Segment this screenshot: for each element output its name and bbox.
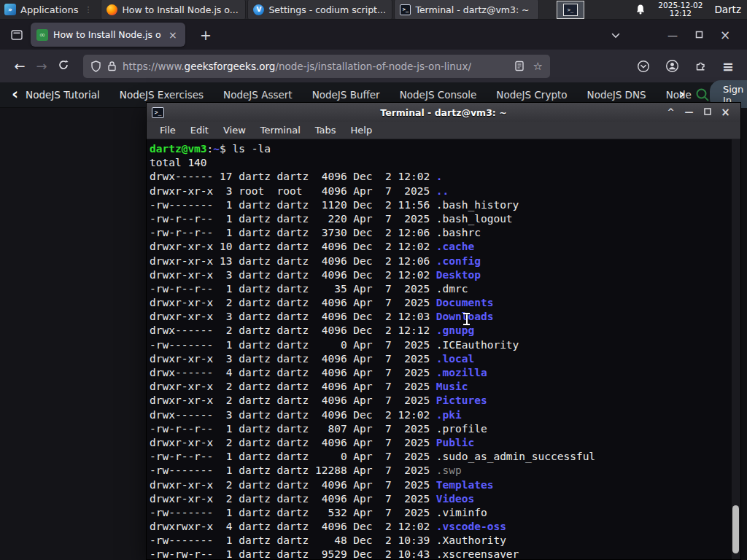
prompt-line: dartz@vm3:~$ ls -la: [150, 142, 740, 156]
geeksforgeeks-favicon-icon: ∞: [36, 29, 48, 41]
file-name: .bashrc: [436, 227, 481, 238]
text-cursor-pointer: [463, 313, 470, 325]
site-nav-item[interactable]: NodeJS Console: [400, 89, 477, 101]
listing-row: drwx------ 4 dartz dartz 4096 Apr 7 2025…: [150, 366, 740, 380]
listing-row: -rw------- 1 dartz dartz 1120 Dec 2 11:5…: [150, 198, 740, 212]
shield-icon[interactable]: [90, 61, 101, 72]
applications-label: Applications: [20, 4, 78, 15]
terminal-shade-button[interactable]: ^: [662, 107, 680, 117]
extensions-icon[interactable]: [694, 60, 707, 72]
workspace-pager[interactable]: >_: [557, 1, 584, 19]
listing-row: -rw-r--r-- 1 dartz dartz 0 Apr 7 2025 .s…: [150, 450, 740, 464]
file-name: .viminfo: [436, 507, 487, 518]
firefox-view-icon[interactable]: [10, 28, 23, 42]
prompt-separator: :: [207, 143, 214, 155]
browser-minimize-button[interactable]: —: [659, 29, 686, 41]
lock-icon[interactable]: [107, 61, 117, 71]
file-name: Documents: [436, 297, 494, 308]
notification-bell-icon[interactable]: [635, 4, 646, 15]
terminal-menu-terminal[interactable]: Terminal: [253, 125, 308, 136]
listing-row: -rw-r--r-- 1 dartz dartz 35 Apr 7 2025 .…: [150, 282, 740, 296]
file-name: .: [436, 171, 443, 182]
nav-scroll-left-icon[interactable]: ‹: [0, 85, 26, 105]
browser-tab-bar: ∞ How to Install Node.js on × + — ×: [0, 20, 747, 50]
reader-view-icon[interactable]: [514, 61, 525, 71]
file-name: Public: [436, 437, 474, 448]
terminal-scrollbar[interactable]: [732, 139, 740, 559]
site-nav-item[interactable]: NodeJS Assert: [223, 89, 293, 101]
taskbar-button-label: Terminal - dartz@vm3: ~: [415, 4, 529, 15]
browser-close-button[interactable]: ×: [712, 28, 738, 42]
file-name: .gnupg: [436, 324, 474, 336]
url-bar[interactable]: https://www.geeksforgeeks.org/node-js/in…: [83, 55, 550, 78]
reload-button[interactable]: [53, 58, 74, 74]
bookmark-star-icon[interactable]: ☆: [533, 60, 543, 73]
listing-row: drwxr-xr-x 3 root root 4096 Apr 7 2025 .…: [150, 184, 740, 198]
site-nav-item[interactable]: NodeJS DNS: [587, 89, 646, 101]
panel-grip-icon: ⋮: [84, 5, 92, 15]
terminal-minimize-button[interactable]: —: [680, 107, 698, 117]
search-icon[interactable]: [695, 88, 710, 102]
new-tab-button[interactable]: +: [196, 27, 216, 43]
listing-row: -rw------- 1 dartz dartz 48 Dec 2 10:39 …: [150, 534, 740, 548]
terminal-menu-help[interactable]: Help: [344, 125, 380, 136]
tab-close-icon[interactable]: ×: [166, 29, 179, 41]
file-name: Templates: [436, 479, 494, 491]
terminal-output[interactable]: dartz@vm3:~$ ls -la total 140 drwx------…: [147, 139, 740, 559]
file-name: .profile: [436, 423, 487, 435]
site-nav-item[interactable]: NodeJS Tutorial: [26, 89, 100, 101]
listing-row: -rw------- 1 dartz dartz 12288 Apr 7 202…: [150, 464, 740, 478]
terminal-title: Terminal - dartz@vm3: ~: [147, 107, 740, 118]
site-nav-item[interactable]: NodeJS Crypto: [496, 89, 567, 101]
terminal-maximize-button[interactable]: [698, 107, 716, 117]
terminal-menu-bar: FileEditViewTerminalTabsHelp: [147, 122, 740, 139]
file-listing: drwx------ 17 dartz dartz 4096 Dec 2 12:…: [150, 170, 740, 559]
scrollbar-thumb[interactable]: [732, 505, 739, 553]
terminal-menu-file[interactable]: File: [152, 125, 183, 136]
taskbar-button-label: Settings - codium script...: [268, 4, 385, 15]
listing-row: drwx------ 17 dartz dartz 4096 Dec 2 12:…: [150, 170, 740, 184]
file-name: Pictures: [436, 394, 487, 406]
site-nav-item[interactable]: NodeJS Exercises: [120, 89, 204, 101]
forward-button[interactable]: →: [31, 58, 53, 74]
clock-time: 12:12: [658, 9, 703, 18]
terminal-menu-view[interactable]: View: [216, 125, 253, 136]
listing-row: drwxr-xr-x 2 dartz dartz 4096 Apr 7 2025…: [150, 380, 740, 394]
browser-maximize-button[interactable]: [686, 29, 712, 41]
account-icon[interactable]: [665, 59, 679, 73]
listing-row: drwx------ 3 dartz dartz 4096 Dec 2 12:0…: [150, 408, 740, 422]
system-tray: 2025-12-02 12:12 Dartz: [635, 0, 747, 19]
pocket-icon[interactable]: [637, 60, 650, 73]
taskbar-button[interactable]: VSettings - codium script...: [247, 0, 392, 19]
listing-row: drwxr-xr-x 2 dartz dartz 4096 Apr 7 2025…: [150, 478, 740, 492]
terminal-menu-tabs[interactable]: Tabs: [308, 125, 344, 136]
file-name: .ICEauthority: [436, 339, 519, 351]
taskbar-button[interactable]: >_Terminal - dartz@vm3: ~: [394, 0, 539, 19]
listing-row: drwxr-xr-x 3 dartz dartz 4096 Apr 7 2025…: [150, 352, 740, 366]
listing-row: drwxr-xr-x 3 dartz dartz 4096 Dec 2 12:0…: [150, 310, 740, 324]
file-name: .Xauthority: [436, 534, 506, 546]
top-panel: » Applications ⋮ How to Install Node.js …: [0, 0, 747, 20]
site-nav-item[interactable]: NodeJS Buffer: [312, 89, 380, 101]
file-name: .bash_logout: [436, 213, 513, 225]
listing-row: -rw-r--r-- 1 dartz dartz 807 Apr 7 2025 …: [150, 422, 740, 436]
list-all-tabs-icon[interactable]: [603, 29, 629, 41]
app-menu-icon[interactable]: ≡: [722, 58, 734, 74]
taskbar-button[interactable]: How to Install Node.js o...: [101, 0, 246, 19]
listing-row: -rw-r--r-- 1 dartz dartz 220 Apr 7 2025 …: [150, 212, 740, 226]
terminal-title-bar[interactable]: >_ Terminal - dartz@vm3: ~ ^ — ×: [147, 103, 740, 122]
firefox-icon: [107, 4, 117, 15]
user-menu[interactable]: Dartz: [714, 4, 741, 15]
back-button[interactable]: ←: [9, 58, 31, 74]
browser-toolbar: ← → https://www.geeksforgeeks.org/node-j…: [0, 50, 747, 82]
listing-row: -rw-rw-r-- 1 dartz dartz 9529 Dec 2 10:4…: [150, 548, 740, 559]
file-name: .dmrc: [436, 283, 468, 295]
url-protocol: https://www.: [123, 61, 185, 72]
taskbar-window-buttons: How to Install Node.js o...VSettings - c…: [101, 0, 541, 19]
listing-row: drwxr-xr-x 13 dartz dartz 4096 Dec 2 12:…: [150, 254, 740, 268]
terminal-close-button[interactable]: ×: [716, 106, 735, 119]
clock[interactable]: 2025-12-02 12:12: [658, 1, 703, 18]
applications-menu[interactable]: » Applications ⋮: [0, 0, 98, 19]
terminal-menu-edit[interactable]: Edit: [183, 125, 216, 136]
browser-tab[interactable]: ∞ How to Install Node.js on ×: [31, 23, 185, 47]
